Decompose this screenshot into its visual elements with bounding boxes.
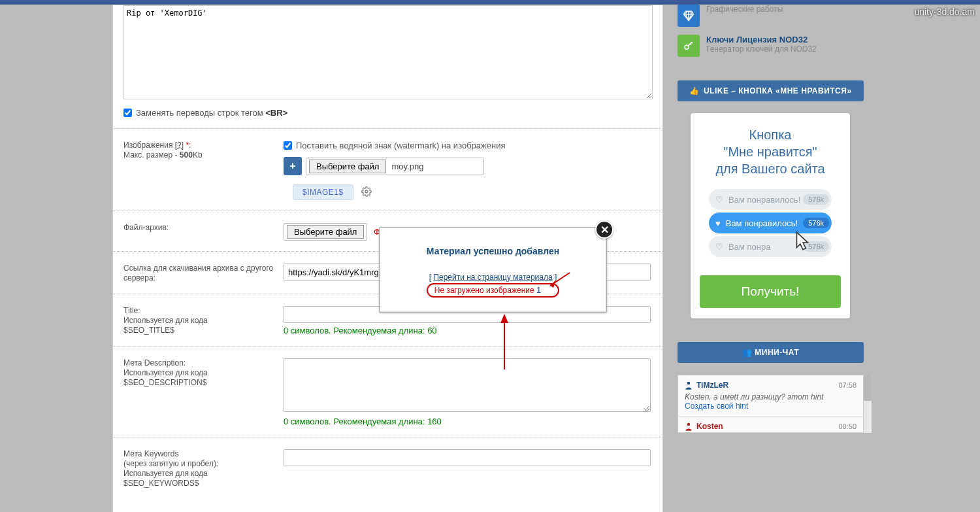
- max-size-unit: Kb: [193, 150, 203, 160]
- desc-label-var: $SEO_DESCRIPTION$: [123, 378, 206, 387]
- person-icon: [685, 381, 693, 390]
- chat-message: TiMzLeR 07:58 Kosten, а имett ли разницу…: [678, 375, 863, 416]
- kw-label-var: $SEO_KEYWORDS$: [123, 479, 199, 488]
- archive-file-wrapper[interactable]: Выберите файл: [284, 223, 367, 241]
- chat-username[interactable]: TiMzLeR: [696, 381, 728, 390]
- seo-description-hint: 0 символов. Рекомендуемая длина: 160: [284, 417, 652, 426]
- ulike-card: Кнопка "Мне нравится" для Вашего сайта ♡…: [691, 113, 850, 318]
- sidebar-item-sub: Графические работы: [706, 5, 783, 14]
- heart-icon: ♥: [715, 218, 721, 228]
- chosen-file-name: moy.png: [391, 162, 423, 171]
- chat-body: Kosten, а имett ли разницу? этот hint Со…: [685, 392, 857, 411]
- title-label-usage: Используется для кода: [123, 316, 208, 325]
- title-label: Title:: [123, 306, 140, 315]
- max-size-label: Макс. размер -: [123, 150, 180, 160]
- br-checkbox[interactable]: [123, 109, 132, 117]
- like-pill-inactive: ♡ Вам понравилось! 576k: [709, 189, 832, 210]
- seo-description-textarea[interactable]: [284, 358, 651, 412]
- kw-label-usage: Используется для кода: [123, 469, 208, 478]
- svg-marker-7: [500, 314, 508, 323]
- br-checkbox-label: Заменять переводы строк тегом <BR>: [136, 108, 287, 118]
- sidebar-item-sub: Генератор ключей для NOD32: [706, 44, 817, 54]
- seo-title-hint: 0 символов. Рекомендуемая длина: 60: [284, 326, 652, 335]
- modal-goto-link[interactable]: Перейти на страницу материала: [433, 273, 552, 282]
- kw-label-format: (через запятую и пробел):: [123, 459, 218, 468]
- seo-keywords-input[interactable]: [284, 449, 651, 466]
- kw-label: Мета Keywords: [123, 449, 178, 458]
- chat-message: Kosten 00:50: [678, 416, 863, 432]
- minichat-box: TiMzLeR 07:58 Kosten, а имett ли разницу…: [678, 375, 864, 433]
- sidebar-item-nod32[interactable]: Ключи Лицензия NOD32 Генератор ключей дл…: [678, 35, 864, 57]
- sidebar-item-graphics[interactable]: Графические работы: [678, 5, 864, 27]
- download-link-label: Ссылка для скачивания архива с другого с…: [123, 264, 284, 283]
- modal-error-text: Не загружено изображение: [434, 286, 536, 295]
- required-star: *:: [184, 141, 191, 150]
- svg-point-0: [365, 190, 368, 193]
- thumbs-up-icon: 👍: [689, 86, 700, 95]
- cursor-icon: [791, 231, 813, 253]
- like-count: 576k: [803, 218, 829, 228]
- svg-marker-5: [550, 280, 556, 288]
- watermark-checkbox[interactable]: [284, 141, 292, 150]
- person-icon: [685, 422, 693, 431]
- svg-point-2: [687, 382, 691, 385]
- site-watermark: unity-3d.do.am: [914, 7, 975, 17]
- max-size-value: 500: [180, 150, 193, 160]
- images-label: Изображения: [123, 141, 175, 150]
- choose-file-button[interactable]: Выберите файл: [309, 160, 386, 173]
- svg-point-1: [685, 45, 689, 49]
- file-input-wrapper[interactable]: Выберите файл moy.png: [306, 158, 484, 175]
- title-label-var: $SEO_TITLE$: [123, 326, 174, 335]
- chat-timestamp: 07:58: [838, 381, 857, 389]
- modal-error-highlight: Не загружено изображение 1: [427, 283, 559, 298]
- help-link[interactable]: [?]: [175, 141, 184, 150]
- key-icon: [678, 35, 700, 57]
- like-count: 576k: [803, 194, 829, 205]
- heart-icon: ♡: [715, 195, 723, 205]
- chat-username[interactable]: Kosten: [696, 422, 723, 431]
- ulike-title: Кнопка "Мне нравится" для Вашего сайта: [700, 126, 841, 177]
- gear-icon[interactable]: [361, 186, 372, 199]
- top-bar: [0, 0, 980, 5]
- svg-point-3: [687, 423, 691, 426]
- modal-error-number: 1: [536, 285, 541, 295]
- desc-label: Мета Description:: [123, 358, 186, 367]
- modal-close-button[interactable]: ✕: [595, 220, 613, 239]
- archive-label: Файл-архив:: [123, 223, 284, 233]
- archive-choose-button[interactable]: Выберите файл: [287, 225, 364, 239]
- modal-title: Материал успешно добавлен: [393, 246, 593, 256]
- get-button[interactable]: Получить!: [700, 275, 841, 308]
- content-textarea[interactable]: <span data-bind="form.textarea_value"></…: [123, 5, 653, 99]
- people-icon: 👥: [742, 348, 753, 357]
- ulike-panel-header: 👍ULIKE – КНОПКА «МНЕ НРАВИТСЯ»: [678, 80, 864, 101]
- minichat-panel-header: 👥 МИНИ-ЧАТ: [678, 342, 864, 363]
- watermark-label: Поставить водяной знак (watermark) на из…: [296, 141, 506, 150]
- heart-icon: ♡: [715, 242, 723, 252]
- sidebar-item-title: Ключи Лицензия NOD32: [706, 35, 817, 44]
- add-file-button[interactable]: +: [284, 157, 302, 175]
- diamond-icon: [678, 5, 700, 27]
- sidebar: Графические работы Ключи Лицензия NOD32 …: [678, 5, 864, 433]
- chat-timestamp: 00:50: [838, 422, 857, 430]
- image-placeholder-pill[interactable]: $IMAGE1$: [293, 184, 353, 200]
- chat-scrollbar[interactable]: [864, 375, 872, 433]
- annotation-arrow-icon: [547, 269, 573, 289]
- desc-label-usage: Используется для кода: [123, 368, 208, 377]
- chat-link[interactable]: Создать свой hint: [685, 401, 748, 411]
- annotation-arrow-icon: [498, 314, 511, 373]
